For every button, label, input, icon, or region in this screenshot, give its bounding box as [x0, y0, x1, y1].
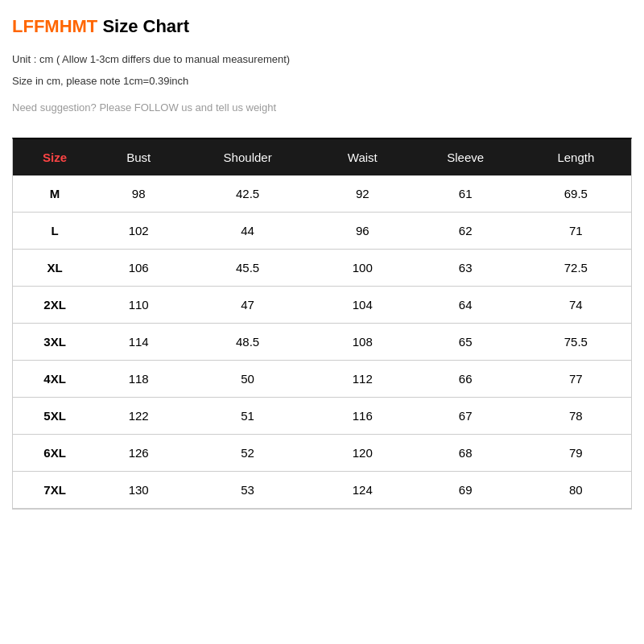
- cell-sleeve: 62: [411, 212, 521, 249]
- info-line-2: Size in cm, please note 1cm=0.39inch: [12, 73, 632, 90]
- cell-bust: 122: [97, 397, 180, 434]
- cell-waist: 108: [315, 323, 411, 360]
- cell-size: L: [13, 212, 97, 249]
- table-row: 6XL126521206879: [13, 434, 631, 471]
- cell-size: 7XL: [13, 471, 97, 508]
- cell-waist: 100: [315, 249, 411, 286]
- cell-length: 79: [521, 434, 631, 471]
- cell-sleeve: 63: [411, 249, 521, 286]
- cell-shoulder: 51: [180, 397, 315, 434]
- title-main: Size Chart: [97, 16, 189, 36]
- col-shoulder: Shoulder: [180, 139, 315, 175]
- cell-shoulder: 44: [180, 212, 315, 249]
- cell-sleeve: 61: [411, 175, 521, 213]
- cell-shoulder: 50: [180, 360, 315, 397]
- col-bust: Bust: [97, 139, 180, 175]
- cell-bust: 114: [97, 323, 180, 360]
- cell-size: 4XL: [13, 360, 97, 397]
- cell-waist: 104: [315, 286, 411, 323]
- cell-size: 5XL: [13, 397, 97, 434]
- cell-sleeve: 65: [411, 323, 521, 360]
- cell-size: 3XL: [13, 323, 97, 360]
- cell-waist: 116: [315, 397, 411, 434]
- cell-sleeve: 67: [411, 397, 521, 434]
- cell-length: 74: [521, 286, 631, 323]
- size-chart-table: Size Bust Shoulder Waist Sleeve Length M…: [13, 139, 631, 509]
- header-row: Size Bust Shoulder Waist Sleeve Length: [13, 139, 631, 175]
- cell-size: 2XL: [13, 286, 97, 323]
- col-sleeve: Sleeve: [411, 139, 521, 175]
- table-header: Size Bust Shoulder Waist Sleeve Length: [13, 139, 631, 175]
- cell-waist: 124: [315, 471, 411, 508]
- cell-bust: 106: [97, 249, 180, 286]
- cell-sleeve: 66: [411, 360, 521, 397]
- cell-size: M: [13, 175, 97, 213]
- cell-shoulder: 45.5: [180, 249, 315, 286]
- table-row: 2XL110471046474: [13, 286, 631, 323]
- cell-waist: 96: [315, 212, 411, 249]
- cell-bust: 102: [97, 212, 180, 249]
- cell-length: 75.5: [521, 323, 631, 360]
- info-section: Unit : cm ( Allow 1-3cm differs due to m…: [12, 52, 632, 114]
- cell-length: 69.5: [521, 175, 631, 213]
- table-row: 5XL122511166778: [13, 397, 631, 434]
- cell-bust: 126: [97, 434, 180, 471]
- cell-bust: 110: [97, 286, 180, 323]
- cell-sleeve: 68: [411, 434, 521, 471]
- col-waist: Waist: [315, 139, 411, 175]
- table-row: 7XL130531246980: [13, 471, 631, 508]
- table-row: L10244966271: [13, 212, 631, 249]
- col-length: Length: [521, 139, 631, 175]
- cell-shoulder: 48.5: [180, 323, 315, 360]
- cell-length: 78: [521, 397, 631, 434]
- cell-waist: 120: [315, 434, 411, 471]
- cell-sleeve: 64: [411, 286, 521, 323]
- cell-length: 77: [521, 360, 631, 397]
- cell-bust: 98: [97, 175, 180, 213]
- cell-shoulder: 47: [180, 286, 315, 323]
- page-container: LFFMHMT Size Chart Unit : cm ( Allow 1-3…: [0, 0, 644, 644]
- cell-bust: 118: [97, 360, 180, 397]
- cell-shoulder: 52: [180, 434, 315, 471]
- table-row: M9842.5926169.5: [13, 175, 631, 213]
- page-title: LFFMHMT Size Chart: [12, 16, 632, 37]
- cell-length: 72.5: [521, 249, 631, 286]
- table-row: XL10645.51006372.5: [13, 249, 631, 286]
- table-row: 3XL11448.51086575.5: [13, 323, 631, 360]
- cell-length: 71: [521, 212, 631, 249]
- cell-bust: 130: [97, 471, 180, 508]
- cell-shoulder: 53: [180, 471, 315, 508]
- col-size: Size: [13, 139, 97, 175]
- table-row: 4XL118501126677: [13, 360, 631, 397]
- info-line-1: Unit : cm ( Allow 1-3cm differs due to m…: [12, 52, 632, 68]
- brand-name: LFFMHMT: [12, 16, 97, 36]
- size-table-wrapper: Size Bust Shoulder Waist Sleeve Length M…: [12, 138, 632, 510]
- cell-shoulder: 42.5: [180, 175, 315, 213]
- cell-size: XL: [13, 249, 97, 286]
- cell-waist: 92: [315, 175, 411, 213]
- cell-length: 80: [521, 471, 631, 508]
- cell-waist: 112: [315, 360, 411, 397]
- cell-sleeve: 69: [411, 471, 521, 508]
- info-suggestion: Need suggestion? Please FOLLOW us and te…: [12, 101, 632, 114]
- cell-size: 6XL: [13, 434, 97, 471]
- table-body: M9842.5926169.5L10244966271XL10645.51006…: [13, 175, 631, 509]
